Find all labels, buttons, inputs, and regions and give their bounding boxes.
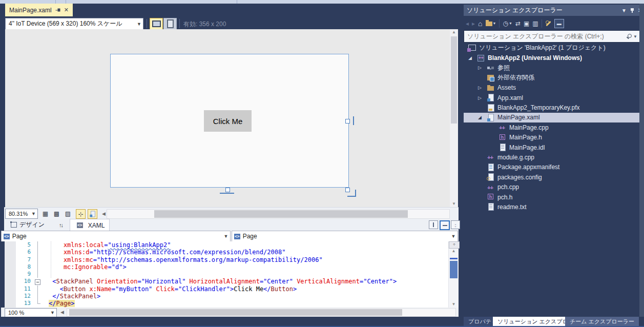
tree-item-pch-cpp[interactable]: pch.cpp — [464, 182, 639, 192]
code-line-9[interactable]: 9 — [0, 271, 459, 278]
solution-explorer-search[interactable]: ▼ — [464, 30, 640, 43]
search-icon[interactable] — [626, 33, 632, 40]
collapse-pane-button[interactable]: ⌄⌄ — [451, 220, 460, 229]
scroll-down-icon[interactable]: ▼ — [450, 201, 458, 207]
design-tab-label: デザイン — [19, 220, 45, 229]
tree-item-label: MainPage.idl — [509, 144, 545, 151]
tree-item-mainpage-cpp[interactable]: MainPage.cpp — [464, 122, 639, 132]
designer-zoom-value: 80.31% — [6, 211, 30, 217]
code-line-7[interactable]: 7xmlns:mc="http://schemas.openxmlformats… — [0, 256, 459, 263]
xaml-designer-surface[interactable]: Click Me — [5, 29, 450, 207]
chevron-down-icon[interactable]: ▼ — [633, 34, 637, 39]
swap-panes-button[interactable]: ↑↓ — [54, 219, 67, 231]
scrollbar-thumb[interactable] — [450, 261, 458, 278]
code-line-6[interactable]: 6xmlns:d="http://schemas.microsoft.com/e… — [0, 249, 459, 256]
xaml-code-editor[interactable]: 5xmlns:local="using:BlankApp2"6xmlns:d="… — [0, 241, 459, 308]
tree-item-label: BlankApp2 (Universal Windows) — [488, 54, 582, 62]
sync-with-active-document-icon[interactable]: ▣ — [524, 21, 529, 27]
tab-team-explorer[interactable]: チーム エクスプローラー — [565, 317, 639, 326]
editor-horizontal-scrollbar[interactable] — [67, 308, 456, 317]
refresh-icon[interactable]: ⇄ — [515, 21, 521, 27]
tree-item-module-g-cpp[interactable]: module.g.cpp — [464, 152, 639, 162]
collapse-all-icon[interactable]: ▥ — [532, 21, 538, 27]
code-line-13[interactable]: 13</Page> — [0, 300, 459, 307]
properties-wrench-icon[interactable] — [545, 21, 551, 27]
code-line-11[interactable]: 11<Button x:Name="myButton" Click="Click… — [0, 285, 459, 293]
back-icon[interactable]: ◂ — [466, 21, 469, 27]
tree-item-item[interactable]: ▷参照 — [464, 63, 639, 73]
tab-design-view[interactable]: デザイン — [6, 219, 49, 231]
switch-views-icon[interactable]: ▼ — [486, 21, 496, 27]
tree-item-blankapp2-temporarykey-pfx[interactable]: BlankApp2_TemporaryKey.pfx — [464, 103, 639, 112]
tree-item-readme-txt[interactable]: readme.txt — [464, 202, 639, 212]
device-selector-dropdown[interactable]: 4" IoT Device (569 x 320) 160% スケール ▼ — [5, 18, 143, 30]
pending-changes-filter-icon[interactable]: ◷▼ — [503, 21, 512, 27]
zoom-to-fit-toggle-icon[interactable] — [88, 209, 97, 219]
close-icon[interactable]: ✕ — [64, 7, 69, 13]
editor-zoom-dropdown[interactable]: 100 % ▼ — [5, 308, 57, 317]
expander-closed-icon[interactable]: ▷ — [478, 65, 487, 70]
scroll-up-icon[interactable]: ▲ — [449, 248, 459, 254]
tree-item-item[interactable]: 外部依存関係 — [464, 73, 639, 83]
tree-item-blankapp2-universal-windows[interactable]: ◢BlankApp2 (Universal Windows) — [464, 53, 639, 63]
tree-item-mainpage-xaml[interactable]: ◢MainPage.xaml — [464, 113, 639, 122]
element-selector-right[interactable]: Page ▼ — [232, 231, 458, 242]
tree-item-app-xaml[interactable]: ▷App.xaml — [464, 93, 639, 103]
tree-item-blankapp2-1[interactable]: ソリューション 'BlankApp2' (1 プロジェクト) — [464, 43, 639, 53]
code-lines[interactable]: 5xmlns:local="using:BlankApp2"6xmlns:d="… — [0, 241, 459, 308]
horizontal-split-button[interactable] — [440, 220, 450, 230]
designer-vertical-scrollbar[interactable]: ▲ ▼ — [450, 29, 458, 207]
tree-item-pch-h[interactable]: pch.h — [464, 192, 639, 202]
scrollbar-thumb[interactable] — [154, 210, 408, 218]
split-editor-handle[interactable]: ÷ — [449, 241, 460, 249]
vertical-split-button[interactable] — [429, 220, 438, 229]
scroll-up-icon[interactable]: ▲ — [450, 29, 458, 35]
solution-tree[interactable]: ソリューション 'BlankApp2' (1 プロジェクト)◢BlankApp2… — [464, 43, 639, 315]
snaplines-toggle-icon[interactable]: ⊹ — [76, 209, 86, 219]
margin-mark-bottom — [220, 193, 234, 194]
outlining-margin-box[interactable] — [31, 278, 43, 285]
resize-handle-right[interactable] — [345, 119, 350, 124]
editor-vertical-scrollbar[interactable]: ÷ ▲ ▼ — [448, 241, 459, 308]
forward-icon[interactable]: ▸ — [472, 21, 475, 27]
scroll-left-icon[interactable]: ◀ — [60, 310, 64, 315]
code-line-5[interactable]: 5xmlns:local="using:BlankApp2" — [0, 241, 459, 249]
orientation-landscape-button[interactable] — [150, 18, 163, 30]
expander-closed-icon[interactable]: ▷ — [478, 85, 487, 90]
pin-icon[interactable] — [55, 8, 60, 13]
outlining-margin-v — [31, 241, 43, 249]
element-selector-left[interactable]: Page ▼ — [1, 231, 231, 242]
preview-selected-items-icon[interactable]: ▬ — [554, 19, 564, 28]
tree-item-mainpage-idl[interactable]: MainPage.idl — [464, 142, 639, 152]
scroll-down-icon[interactable]: ▼ — [449, 301, 459, 308]
gradient-background-icon[interactable]: ▨ — [64, 209, 72, 218]
code-line-12[interactable]: 12</StackPanel> — [0, 293, 459, 300]
tree-item-package-appxmanifest[interactable]: Package.appxmanifest — [464, 162, 639, 172]
designer-zoom-dropdown[interactable]: 80.31% ▼ — [5, 209, 38, 219]
tree-item-assets[interactable]: ▷Assets — [464, 83, 639, 93]
code-line-10[interactable]: 10<StackPanel Orientation="Horizontal" H… — [0, 278, 459, 285]
show-grid-icon[interactable]: ▦ — [41, 209, 50, 218]
snap-grid-icon[interactable]: ▩ — [52, 209, 61, 218]
tree-item-packages-config[interactable]: packages.config — [464, 172, 639, 182]
expander-open-icon[interactable]: ◢ — [468, 55, 477, 60]
designer-horizontal-scrollbar[interactable] — [107, 209, 450, 219]
home-icon[interactable]: ⌂ — [478, 21, 482, 27]
document-tab-mainpage-xaml[interactable]: MainPage.xaml ✕ — [5, 4, 73, 16]
resize-handle-bottom[interactable] — [225, 188, 230, 192]
tree-item-label: MainPage.cpp — [509, 124, 549, 131]
window-menu-icon[interactable]: ▼ — [621, 8, 627, 13]
pin-icon[interactable] — [630, 8, 635, 13]
solution-explorer-titlebar[interactable]: ソリューション エクスプローラー ▼ ✕ — [464, 5, 644, 16]
search-input[interactable] — [464, 33, 626, 40]
scrollbar-thumb[interactable] — [69, 309, 402, 316]
expander-open-icon[interactable]: ◢ — [478, 115, 487, 120]
scrollbar-thumb[interactable] — [451, 36, 457, 124]
resize-handle-corner[interactable] — [345, 188, 350, 192]
code-line-8[interactable]: 8mc:Ignorable="d"> — [0, 263, 459, 271]
tab-xaml-view[interactable]: XAML — [70, 219, 110, 231]
designed-click-me-button[interactable]: Click Me — [204, 110, 252, 132]
expander-closed-icon[interactable]: ▷ — [478, 95, 487, 100]
tree-item-mainpage-h[interactable]: MainPage.h — [464, 133, 639, 142]
orientation-portrait-button[interactable] — [163, 18, 177, 30]
